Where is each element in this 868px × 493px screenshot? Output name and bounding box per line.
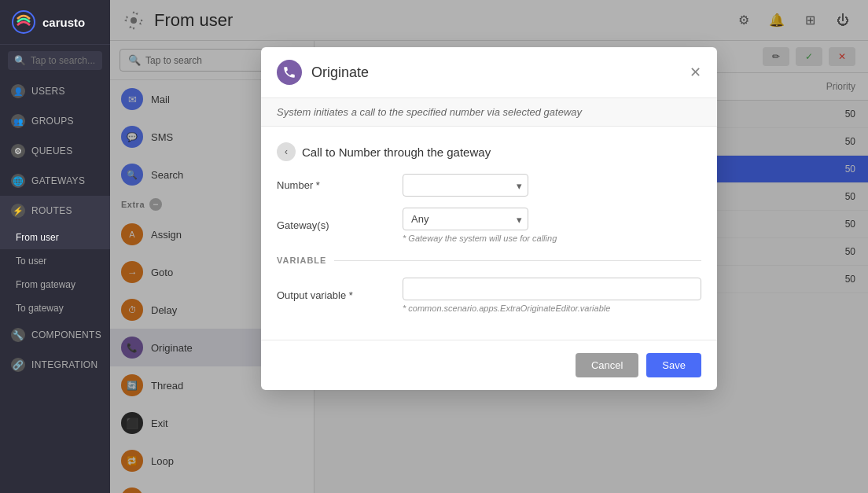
sidebar-item-integration[interactable]: 🔗 INTEGRATION xyxy=(0,350,110,380)
users-icon: 👤 xyxy=(11,84,25,98)
sidebar-item-routes[interactable]: ⚡ ROUTES xyxy=(0,196,110,226)
search-icon: 🔍 xyxy=(14,55,26,66)
sidebar-item-queues[interactable]: ⚙ QUEUES xyxy=(0,136,110,166)
gateways-hint: * Gateway the system will use for callin… xyxy=(403,234,701,243)
back-button[interactable]: ‹ xyxy=(277,142,296,161)
output-hint: * common.scenario.apps.ExtraOriginateEdi… xyxy=(403,304,701,313)
output-variable-input[interactable] xyxy=(403,278,701,300)
subnav-from-gateway[interactable]: From gateway xyxy=(0,273,110,296)
gateways-select[interactable]: Any xyxy=(403,208,528,230)
sidebar-logo: carusto xyxy=(0,0,110,45)
gateways-control: Any * Gateway the system will use for ca… xyxy=(403,208,701,243)
modal-body: ‹ Call to Number through the gateway Num… xyxy=(261,127,717,340)
routes-icon: ⚡ xyxy=(11,204,25,218)
subnav-to-user[interactable]: To user xyxy=(0,249,110,273)
phone-icon xyxy=(282,65,296,79)
gateways-label: Gateway(s) xyxy=(277,219,403,231)
modal-icon xyxy=(277,60,302,85)
sidebar-nav-label: USERS xyxy=(31,86,65,97)
modal-section-header: ‹ Call to Number through the gateway xyxy=(277,142,701,161)
routes-subnav: From user To user From gateway To gatewa… xyxy=(0,226,110,320)
modal-header: Originate ✕ xyxy=(261,47,717,98)
subnav-to-gateway[interactable]: To gateway xyxy=(0,296,110,320)
modal-title: Originate xyxy=(311,64,680,81)
save-button[interactable]: Save xyxy=(646,353,701,377)
sidebar-nav: 👤 USERS 👥 GROUPS ⚙ QUEUES 🌐 GATEWAYS ⚡ R… xyxy=(0,76,110,380)
gateways-icon: 🌐 xyxy=(11,174,25,188)
modal-overlay: Originate ✕ System initiates a call to t… xyxy=(110,0,868,493)
sidebar: carusto 🔍 👤 USERS 👥 GROUPS ⚙ QUEUES 🌐 GA… xyxy=(0,0,110,493)
variable-divider: VARIABLE xyxy=(277,256,701,265)
sidebar-nav-label: GATEWAYS xyxy=(31,175,85,186)
output-variable-row: Output variable * * common.scenario.apps… xyxy=(277,278,701,313)
sidebar-search-input[interactable] xyxy=(31,55,96,66)
sidebar-nav-label: GROUPS xyxy=(31,116,74,127)
integration-icon: 🔗 xyxy=(11,358,25,372)
sidebar-item-groups[interactable]: 👥 GROUPS xyxy=(0,106,110,136)
output-control: * common.scenario.apps.ExtraOriginateEdi… xyxy=(403,278,701,313)
subnav-from-user[interactable]: From user xyxy=(0,226,110,249)
gateways-select-wrapper[interactable]: Any xyxy=(403,208,528,230)
sidebar-item-gateways[interactable]: 🌐 GATEWAYS xyxy=(0,166,110,196)
output-label: Output variable * xyxy=(277,289,403,301)
divider-line xyxy=(334,260,701,261)
logo-icon xyxy=(11,9,36,35)
sidebar-nav-label: COMPONENTS xyxy=(31,329,101,340)
queues-icon: ⚙ xyxy=(11,144,25,158)
gateways-field-row: Gateway(s) Any * Gateway the system will… xyxy=(277,208,701,243)
modal-footer: Cancel Save xyxy=(261,340,717,390)
sidebar-search-box[interactable]: 🔍 xyxy=(8,51,102,70)
cancel-button[interactable]: Cancel xyxy=(576,353,638,377)
sidebar-item-components[interactable]: 🔧 COMPONENTS xyxy=(0,320,110,350)
sidebar-search-container: 🔍 xyxy=(0,45,110,76)
logo-text: carusto xyxy=(42,16,85,29)
modal-close-button[interactable]: ✕ xyxy=(690,64,701,81)
modal-subtitle: System initiates a call to the specified… xyxy=(261,98,717,127)
main-area: From user ⚙ 🔔 ⊞ ⏻ 🔍 ✉ Mail 💬 SMS xyxy=(110,0,868,493)
components-icon: 🔧 xyxy=(11,328,25,342)
number-control xyxy=(403,174,701,197)
groups-icon: 👥 xyxy=(11,114,25,128)
sidebar-nav-label: INTEGRATION xyxy=(31,359,97,370)
sidebar-item-users[interactable]: 👤 USERS xyxy=(0,76,110,106)
variable-label: VARIABLE xyxy=(277,256,326,265)
number-label: Number * xyxy=(277,179,403,191)
number-select-wrapper[interactable] xyxy=(403,174,528,197)
sidebar-nav-label: ROUTES xyxy=(31,205,72,216)
number-select[interactable] xyxy=(403,174,528,197)
sidebar-nav-label: QUEUES xyxy=(31,145,72,156)
section-title: Call to Number through the gateway xyxy=(302,145,491,159)
originate-modal: Originate ✕ System initiates a call to t… xyxy=(261,47,717,390)
number-field-row: Number * xyxy=(277,174,701,197)
